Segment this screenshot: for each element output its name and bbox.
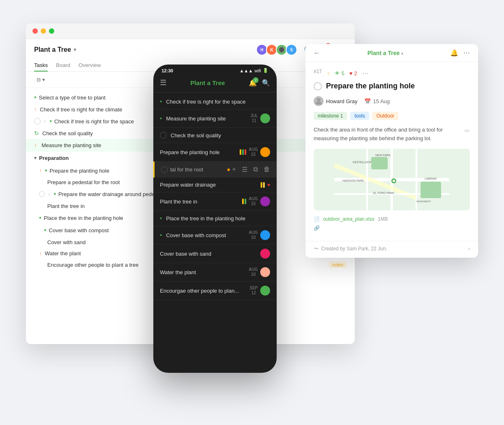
progress-bars	[242, 199, 246, 204]
edit-actions: + ☰ ⧉ 🗑	[232, 166, 270, 173]
like-number: 2	[354, 70, 357, 76]
task-bullet-icon: •	[160, 215, 162, 222]
filter-icon: ⊟	[37, 77, 41, 83]
task-status-circle[interactable]	[314, 82, 322, 90]
task-date: AUG15	[249, 147, 258, 157]
task-description: Check the area in front of the office an…	[314, 126, 470, 143]
mobile-task-item[interactable]: Water the plant AUG10	[153, 263, 277, 282]
mobile-header: ☰ Plant a Tree 🔔 2 🔍	[153, 75, 277, 92]
svg-text:NEW PARK: NEW PARK	[375, 154, 391, 157]
bell-icon[interactable]: 🔔	[450, 49, 458, 57]
task-date: SEP12	[250, 286, 258, 296]
task-meta: JUL11	[250, 113, 270, 123]
task-name: Encourgae other people to plan...	[160, 288, 245, 294]
notification-button[interactable]: 🔔 2	[249, 79, 257, 87]
section-label: Preparation	[39, 155, 69, 161]
mobile-task-item[interactable]: • Cover base with compost AUG10	[153, 226, 277, 245]
task-avatar	[260, 286, 270, 296]
heart-icon: ♥	[349, 70, 353, 76]
tag-outdoor[interactable]: Outdoor	[372, 112, 398, 120]
filter-button[interactable]: ⊟ ▾	[34, 75, 47, 84]
more-options-button[interactable]: ⋯	[362, 69, 369, 77]
task-edit-input: tal for the root	[170, 166, 225, 173]
hamburger-icon[interactable]: ☰	[160, 78, 166, 87]
task-name: Plant the tree in	[160, 199, 238, 205]
assignee-field[interactable]: Howard Gray	[314, 96, 358, 106]
copy-icon[interactable]: ⧉	[253, 166, 258, 173]
task-meta: AUG15	[242, 196, 270, 206]
task-bullet-icon: •	[44, 226, 46, 234]
task-bullet-icon: •	[160, 232, 162, 238]
activity-icon: 〜	[314, 245, 319, 252]
mobile-task-item[interactable]: Encourgae other people to plan... SEP12	[153, 282, 277, 300]
delete-icon[interactable]: 🗑	[264, 166, 270, 173]
task-bullet-icon: •	[39, 214, 42, 222]
task-date: AUG10	[249, 267, 258, 277]
view-count: 👁 5	[335, 70, 344, 76]
add-icon[interactable]: +	[232, 166, 236, 173]
mobile-task-item[interactable]: Plant the tree in AUG15	[153, 192, 277, 211]
battery-icon: 🔋	[263, 68, 268, 73]
mobile-task-item[interactable]: • Measure the planting site JUL11	[153, 109, 277, 128]
project-title[interactable]: Plant a Tree ▾	[34, 46, 76, 53]
priority-up-icon: ↑	[39, 251, 42, 256]
mobile-task-item[interactable]: Prepare water drainage ♥	[153, 178, 277, 192]
mobile-task-edit-row[interactable]: tal for the root + ☰ ⧉ 🗑	[153, 162, 277, 178]
mobile-task-item[interactable]: • Check if tree is right for the space	[153, 94, 277, 109]
tag-tools[interactable]: tools	[350, 112, 369, 120]
assignee-avatar	[314, 96, 324, 106]
tab-overview[interactable]: Overview	[79, 60, 101, 72]
task-date: AUG15	[249, 196, 258, 206]
due-date-field[interactable]: 📅 15 Aug	[364, 98, 390, 104]
mobile-task-item[interactable]: • Place the tree in the planting hole	[153, 211, 277, 226]
attachment-item[interactable]: 📄 outdoor_area_plan.xlsx 1MB	[314, 216, 470, 222]
task-name: Place the tree in the planting hole	[166, 215, 270, 222]
svg-text:LABRAM: LABRAM	[425, 177, 437, 180]
detail-title: Prepare the planting hole	[314, 82, 470, 90]
list-icon[interactable]: ☰	[242, 166, 247, 173]
task-checkbox[interactable]	[160, 132, 166, 139]
mobile-header-icons: 🔔 2 🔍	[249, 79, 270, 87]
task-meta: AUG10	[249, 230, 270, 240]
project-title-text: Plant a Tree	[34, 46, 71, 53]
close-button[interactable]	[32, 28, 38, 34]
tab-board[interactable]: Board	[56, 60, 70, 72]
svg-text:HADISON PARK: HADISON PARK	[342, 179, 364, 182]
mobile-task-list: • Check if tree is right for the space •…	[153, 92, 277, 356]
status-time: 12:30	[162, 68, 173, 73]
edit-description-icon[interactable]: ✏	[465, 126, 470, 136]
attachment-link[interactable]: 🔗	[314, 225, 470, 231]
task-date: AUG10	[249, 230, 258, 240]
tab-tasks[interactable]: Tasks	[34, 60, 48, 72]
task-name: Prepare the planting hole	[160, 149, 236, 155]
mobile-task-item[interactable]: Prepare the planting hole AUG15	[153, 143, 277, 162]
task-checkbox[interactable]	[161, 166, 168, 173]
mobile-status-bar: 12:30 ▲▲▲ wifi 🔋	[153, 65, 277, 75]
back-button[interactable]: ←	[314, 49, 320, 57]
priority-up-icon: ↑	[39, 168, 42, 173]
task-name: Check if tree is right for the space	[166, 99, 270, 105]
mobile-task-item[interactable]: Cover base with sand	[153, 245, 277, 263]
bar-green	[242, 149, 244, 155]
mobile-task-item[interactable]: Check the soil quality	[153, 128, 277, 143]
task-bullet-icon: •	[45, 167, 47, 174]
bar-yellow	[261, 182, 262, 188]
task-meta: AUG15	[240, 147, 270, 157]
link-icon: 🔗	[314, 225, 320, 231]
minimize-button[interactable]	[41, 28, 46, 34]
window-titlebar	[26, 23, 355, 39]
created-by-text: Created by Sam Park, 22 Jun.	[321, 246, 387, 252]
due-date: 15 Aug	[373, 98, 390, 104]
chevron-right-icon: ▾	[34, 155, 37, 161]
task-avatar	[260, 147, 270, 157]
search-icon[interactable]: 🔍	[262, 79, 270, 87]
notification-count: 2	[253, 77, 259, 83]
maximize-button[interactable]	[49, 28, 54, 34]
tag-milestone[interactable]: milestone 1	[314, 112, 347, 120]
vote-up-button[interactable]: ↑	[327, 70, 330, 76]
more-icon[interactable]: ⋯	[463, 49, 470, 57]
avatar-group: H K S	[258, 44, 297, 55]
filter-chevron: ▾	[42, 77, 45, 83]
eye-icon: 👁	[335, 70, 340, 76]
task-bullet-icon: •	[34, 94, 37, 101]
